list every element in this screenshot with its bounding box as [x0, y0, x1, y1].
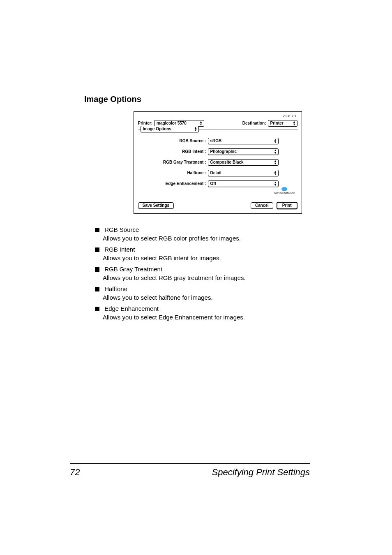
halftone-select[interactable]: Detail — [208, 170, 279, 176]
rgb-intent-label: RGB Intent : — [141, 150, 208, 154]
rgb-source-label: RGB Source : — [141, 139, 208, 143]
rgb-source-value: sRGB — [210, 139, 222, 143]
rgb-source-select[interactable]: sRGB — [208, 138, 279, 144]
square-bullet-icon — [95, 247, 99, 252]
row-rgb-source: RGB Source : sRGB — [141, 138, 295, 144]
destination-select[interactable]: Printer — [268, 120, 297, 127]
option-title: RGB Intent — [104, 246, 135, 253]
printer-label: Printer: — [138, 121, 153, 125]
pane-select-value: Image Options — [143, 127, 171, 131]
edge-enhancement-value: Off — [210, 182, 216, 186]
page-footer: 72 Specifying Print Settings — [70, 467, 310, 478]
square-bullet-icon — [95, 228, 99, 232]
rgb-intent-select[interactable]: Photographic — [208, 148, 279, 155]
row-gray-treatment: RGB Gray Treatment : Composite Black — [141, 159, 295, 166]
row-edge-enhancement: Edge Enhancement : Off — [141, 180, 295, 187]
option-desc: Allows you to select RGB intent for imag… — [103, 254, 351, 261]
globe-icon — [281, 187, 287, 191]
row-rgb-intent: RGB Intent : Photographic — [141, 148, 295, 155]
chevron-updown-icon — [200, 121, 202, 126]
gray-treatment-select[interactable]: Composite Black — [208, 159, 279, 166]
chevron-updown-icon — [274, 139, 276, 143]
chevron-updown-icon — [274, 171, 276, 176]
brand-label: KONICA MINOLTA — [274, 192, 295, 194]
dialog-button-row: Save Settings Cancel Print — [138, 202, 297, 209]
rgb-intent-value: Photographic — [210, 150, 237, 154]
option-title: Halftone — [104, 285, 127, 292]
list-item: RGB Source Allows you to select RGB colo… — [95, 226, 351, 242]
option-title: RGB Gray Treatment — [104, 266, 162, 273]
gray-treatment-value: Composite Black — [210, 160, 244, 164]
list-item: Halftone Allows you to select halftone f… — [95, 285, 351, 301]
option-desc: Allows you to select Edge Enhancement fo… — [103, 314, 351, 321]
chevron-updown-icon — [274, 160, 276, 165]
halftone-value: Detail — [210, 171, 221, 175]
section-heading: Image Options — [84, 95, 351, 104]
printer-select-value: magicolor 5570 — [157, 121, 187, 125]
print-dialog-figure: Z1-8.7.1 Printer: magicolor 5570 Destina… — [134, 111, 302, 214]
option-desc: Allows you to select RGB color profiles … — [103, 235, 351, 242]
footer-rule — [70, 463, 310, 464]
row-halftone: Halftone : Detail — [141, 170, 295, 176]
dialog-version-text: Z1-8.7.1 — [283, 114, 297, 118]
brand-logo: KONICA MINOLTA — [274, 187, 295, 194]
chevron-updown-icon — [274, 181, 276, 186]
save-settings-button[interactable]: Save Settings — [138, 202, 174, 209]
destination-select-value: Printer — [270, 121, 284, 125]
dialog-options-group: Image Options RGB Source : sRGB RGB Inte… — [138, 129, 297, 197]
running-title: Specifying Print Settings — [212, 467, 310, 478]
print-button[interactable]: Print — [277, 202, 297, 209]
option-desc: Allows you to select halftone for images… — [103, 294, 351, 301]
list-item: RGB Intent Allows you to select RGB inte… — [95, 246, 351, 261]
pane-select[interactable]: Image Options — [141, 126, 199, 132]
destination-label: Destination: — [242, 121, 266, 125]
option-title: Edge Enhancement — [104, 305, 159, 312]
chevron-updown-icon — [195, 127, 196, 132]
option-title: RGB Source — [104, 226, 139, 233]
options-list: RGB Source Allows you to select RGB colo… — [95, 226, 351, 321]
chevron-updown-icon — [293, 121, 295, 126]
square-bullet-icon — [95, 307, 99, 311]
list-item: RGB Gray Treatment Allows you to select … — [95, 266, 351, 281]
edge-enhancement-label: Edge Enhancement : — [141, 182, 208, 186]
page-number: 72 — [70, 467, 80, 478]
edge-enhancement-select[interactable]: Off — [208, 180, 279, 187]
square-bullet-icon — [95, 287, 99, 291]
gray-treatment-label: RGB Gray Treatment : — [141, 160, 208, 164]
option-desc: Allows you to select RGB gray treatment … — [103, 274, 351, 281]
chevron-updown-icon — [274, 149, 276, 154]
square-bullet-icon — [95, 267, 99, 272]
list-item: Edge Enhancement Allows you to select Ed… — [95, 305, 351, 321]
halftone-label: Halftone : — [141, 171, 208, 175]
cancel-button[interactable]: Cancel — [251, 202, 273, 209]
